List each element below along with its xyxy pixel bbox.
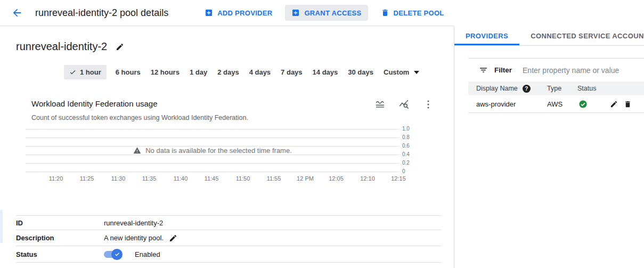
- provider-type: AWS: [547, 100, 577, 108]
- status-value: Enabled: [135, 250, 160, 258]
- x-tick: 11:25: [80, 175, 94, 182]
- x-tick: 11:20: [49, 175, 63, 182]
- panel-tabs: PROVIDERS CONNECTED SERVICE ACCOUNTS: [454, 26, 644, 46]
- grant-access-label: GRANT ACCESS: [304, 9, 361, 17]
- filter-bar: Filter: [468, 59, 644, 82]
- edit-description-icon[interactable]: [169, 234, 177, 242]
- chart-toolbar: [374, 98, 435, 111]
- tab-connected-service-accounts[interactable]: CONNECTED SERVICE ACCOUNTS: [519, 26, 644, 45]
- gridline: 0.8: [26, 137, 400, 138]
- x-tick: 12:15: [391, 175, 406, 182]
- chart-subtitle: Count of successful token exchanges usin…: [31, 114, 248, 121]
- pool-id-value: runreveal-identity-2: [104, 219, 163, 227]
- time-range-4-days[interactable]: 4 days: [248, 65, 272, 79]
- filter-input[interactable]: [521, 66, 644, 75]
- x-tick: 11:40: [174, 175, 188, 182]
- gridline: 0: [26, 172, 400, 172]
- edit-pool-name-icon[interactable]: [116, 43, 124, 51]
- no-data-text: No data is available for the selected ti…: [145, 147, 292, 155]
- edit-provider-icon[interactable]: [610, 100, 618, 108]
- trash-icon: [381, 9, 389, 17]
- custom-label: Custom: [384, 68, 409, 76]
- detail-label: Status: [16, 250, 104, 258]
- add-box-icon: [205, 9, 213, 17]
- explore-chart-icon[interactable]: [398, 98, 411, 111]
- time-range-6-hours[interactable]: 6 hours: [115, 65, 142, 79]
- help-icon[interactable]: ?: [523, 85, 531, 93]
- gridline: 1.0: [26, 129, 400, 129]
- x-tick: 11:30: [111, 175, 126, 182]
- detail-row-status: Status Enabled: [16, 246, 442, 263]
- warning-icon: [133, 147, 141, 155]
- add-provider-label: ADD PROVIDER: [217, 9, 272, 17]
- chevron-down-icon: [414, 71, 419, 74]
- chart-plot-area: 1.0 0.8 0.6 0.4 0.2 0 No data is availab…: [26, 129, 400, 172]
- detail-label: ID: [16, 219, 104, 227]
- x-tick: 11:35: [142, 175, 157, 182]
- gridline: 0.4: [26, 155, 400, 155]
- legend-toggle-icon[interactable]: [374, 98, 387, 111]
- delete-pool-label: DELETE POOL: [394, 9, 444, 17]
- time-range-custom[interactable]: Custom: [382, 65, 420, 79]
- x-tick: 11:50: [236, 175, 250, 182]
- time-range-30-days[interactable]: 30 days: [347, 65, 374, 79]
- x-tick: 11:45: [205, 175, 219, 182]
- pool-details-page: runreveal-identity-2 pool details ADD PR…: [0, 0, 644, 268]
- providers-card: Filter Display Name ? Type Status aws-pr…: [468, 58, 644, 113]
- delete-pool-button[interactable]: DELETE POOL: [374, 5, 451, 21]
- page-title: runreveal-identity-2 pool details: [35, 7, 168, 19]
- detail-row-description: Description A new identity pool.: [16, 230, 442, 246]
- y-tick: 1.0: [402, 126, 417, 132]
- y-tick: 0.6: [402, 143, 417, 149]
- time-range-7-days[interactable]: 7 days: [280, 65, 303, 79]
- provider-display-name: aws-provider: [476, 100, 516, 108]
- add-box-icon: [291, 9, 300, 17]
- x-tick: 12:05: [329, 175, 344, 182]
- main-region: runreveal-identity-2 pool details ADD PR…: [0, 0, 454, 268]
- status-toggle[interactable]: [104, 251, 121, 258]
- time-range-2-days[interactable]: 2 days: [216, 65, 240, 79]
- x-axis-labels: 11:20 11:25 11:30 11:35 11:40 11:45 11:5…: [26, 175, 400, 183]
- y-tick: 0.4: [402, 151, 417, 157]
- y-tick: 0: [402, 168, 417, 174]
- providers-panel: PROVIDERS CONNECTED SERVICE ACCOUNTS Fil…: [454, 26, 644, 268]
- back-button[interactable]: [11, 6, 23, 19]
- detail-row-id: ID runreveal-identity-2: [16, 215, 442, 230]
- x-tick: 12:10: [360, 175, 375, 182]
- time-range-bar: 1 hour 6 hours 12 hours 1 day 2 days 4 d…: [64, 65, 420, 79]
- gridline: 0.2: [26, 163, 400, 164]
- provider-row-actions: [610, 100, 632, 108]
- detail-label: Description: [16, 234, 104, 242]
- toggle-thumb: [111, 249, 123, 260]
- column-status: Status: [577, 85, 609, 92]
- y-tick: 0.2: [402, 160, 417, 166]
- time-range-1-day[interactable]: 1 day: [189, 65, 208, 79]
- status-ok-icon: [578, 100, 588, 109]
- check-icon: [114, 251, 120, 257]
- pool-name: runreveal-identity-2: [16, 40, 107, 53]
- header-actions: ADD PROVIDER GRANT ACCESS DELETE POOL: [198, 5, 450, 21]
- x-tick: 11:55: [267, 175, 281, 182]
- page-header: runreveal-identity-2 pool details ADD PR…: [0, 0, 454, 26]
- x-tick: 12 PM: [297, 175, 314, 182]
- arrow-back-icon: [11, 7, 23, 19]
- time-range-1-hour[interactable]: 1 hour: [64, 65, 107, 79]
- add-provider-button[interactable]: ADD PROVIDER: [198, 5, 279, 21]
- providers-table-header: Display Name ? Type Status: [468, 82, 644, 95]
- delete-provider-icon[interactable]: [624, 100, 632, 108]
- time-range-12-hours[interactable]: 12 hours: [150, 65, 181, 79]
- y-tick: 0.8: [402, 134, 417, 140]
- provider-row: aws-provider AWS: [468, 95, 644, 113]
- pool-detail-list: ID runreveal-identity-2 Description A ne…: [16, 215, 442, 263]
- scroll-indicator-strip: [0, 210, 3, 243]
- check-icon: [69, 69, 76, 76]
- filter-label: Filter: [494, 66, 512, 74]
- tab-providers[interactable]: PROVIDERS: [454, 26, 519, 45]
- grant-access-button[interactable]: GRANT ACCESS: [285, 5, 368, 21]
- pool-name-row: runreveal-identity-2: [16, 40, 124, 53]
- time-range-14-days[interactable]: 14 days: [312, 65, 339, 79]
- no-data-message: No data is available for the selected ti…: [26, 147, 400, 155]
- time-range-label: 1 hour: [80, 68, 101, 76]
- column-type: Type: [547, 85, 577, 92]
- chart-overflow-menu-icon[interactable]: [422, 98, 435, 111]
